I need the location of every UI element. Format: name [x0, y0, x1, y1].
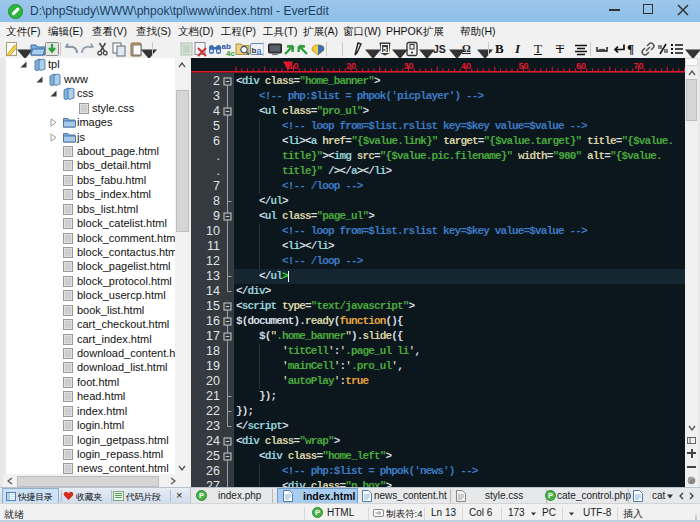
svg-text:60: 60 — [576, 61, 586, 71]
svg-text:20: 20 — [346, 61, 356, 71]
svg-text:30: 30 — [403, 61, 413, 71]
svg-text:50: 50 — [518, 61, 528, 71]
svg-text:P: P — [199, 491, 204, 500]
svg-text:40: 40 — [461, 61, 471, 71]
svg-text:P: P — [548, 491, 553, 500]
svg-text:5: 5 — [383, 45, 387, 54]
svg-text:70: 70 — [633, 61, 643, 71]
svg-text:P: P — [315, 508, 320, 517]
svg-text:a: a — [257, 46, 262, 56]
